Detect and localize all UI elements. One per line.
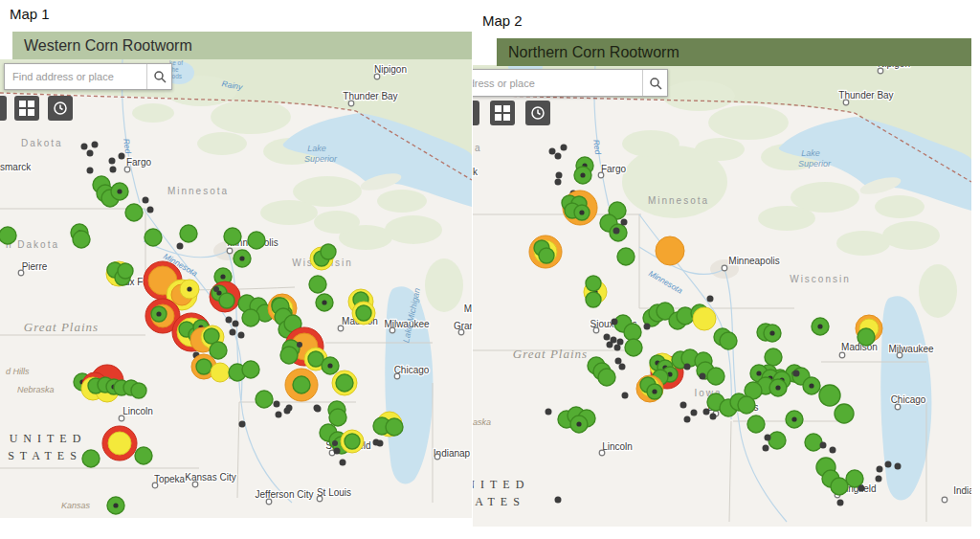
report-dot-g[interactable] bbox=[210, 342, 227, 359]
report-dot-b[interactable] bbox=[858, 485, 865, 492]
report-dot-g[interactable] bbox=[219, 293, 234, 308]
report-dot-g[interactable] bbox=[707, 368, 724, 385]
report-dot-g[interactable] bbox=[768, 432, 786, 449]
report-dot-b[interactable] bbox=[644, 324, 651, 330]
report-dot-g[interactable] bbox=[831, 478, 848, 495]
report-dot-g[interactable] bbox=[386, 418, 403, 436]
report-dot-b[interactable] bbox=[92, 142, 99, 148]
report-dot-b[interactable] bbox=[555, 153, 562, 160]
report-dot-b[interactable] bbox=[238, 332, 245, 339]
report-dot-b[interactable] bbox=[895, 463, 902, 470]
report-dot-b[interactable] bbox=[710, 414, 717, 420]
report-dot-b[interactable] bbox=[680, 402, 687, 409]
report-dot-b[interactable] bbox=[607, 342, 613, 348]
cut-off-tool-button[interactable] bbox=[473, 101, 479, 125]
report-dot-b[interactable] bbox=[613, 228, 620, 235]
report-dot-b[interactable] bbox=[617, 339, 624, 346]
report-dot-b[interactable] bbox=[615, 358, 622, 365]
report-dot-b[interactable] bbox=[619, 364, 626, 371]
report-dot-g[interactable] bbox=[765, 348, 782, 366]
report-dot-g[interactable] bbox=[625, 339, 642, 356]
report-dot-g[interactable] bbox=[280, 347, 298, 364]
report-dot-g[interactable] bbox=[805, 434, 822, 451]
report-dot-b[interactable] bbox=[612, 319, 618, 326]
report-dot-g[interactable] bbox=[0, 227, 16, 244]
report-dot-o[interactable] bbox=[656, 236, 684, 265]
basemap-gallery-button[interactable] bbox=[490, 101, 515, 125]
report-dot-g[interactable] bbox=[125, 204, 143, 221]
basemap-gallery-button[interactable] bbox=[14, 96, 39, 121]
time-slider-button[interactable] bbox=[525, 101, 550, 125]
report-dot-b[interactable] bbox=[334, 448, 341, 455]
report-dot-b[interactable] bbox=[110, 167, 117, 173]
report-dot-g[interactable] bbox=[180, 225, 197, 242]
search-input[interactable] bbox=[473, 70, 642, 96]
report-dot-b[interactable] bbox=[555, 179, 562, 186]
report-dot-b[interactable] bbox=[837, 500, 844, 506]
report-dot-g[interactable] bbox=[586, 292, 601, 307]
report-dot-y[interactable] bbox=[693, 307, 716, 330]
report-dot-b[interactable] bbox=[332, 440, 338, 446]
report-dot-b[interactable] bbox=[274, 401, 280, 408]
report-dot-b[interactable] bbox=[109, 158, 116, 165]
report-dot-g[interactable] bbox=[118, 263, 133, 279]
map2-canvas[interactable]: akMinnesotaWisconsinIowaFargoMinneapolis… bbox=[473, 65, 971, 527]
report-dot-b[interactable] bbox=[621, 219, 628, 226]
report-dot-g[interactable] bbox=[539, 248, 554, 263]
cut-off-tool-button[interactable] bbox=[0, 96, 7, 121]
report-dot-b[interactable] bbox=[561, 145, 568, 151]
report-dot-b[interactable] bbox=[147, 207, 154, 213]
report-dot-b[interactable] bbox=[286, 405, 293, 412]
report-dot-b[interactable] bbox=[700, 373, 706, 380]
map1-canvas[interactable]: Dakotan DakotaMinnesotaWisconsinIowasmar… bbox=[0, 59, 472, 518]
time-slider-button[interactable] bbox=[48, 96, 73, 121]
report-dot-b[interactable] bbox=[233, 321, 239, 327]
report-dot-b[interactable] bbox=[546, 409, 552, 415]
report-dot-g[interactable] bbox=[356, 305, 371, 321]
report-dot-b[interactable] bbox=[143, 197, 149, 204]
report-dot-y[interactable] bbox=[108, 432, 131, 455]
report-dot-g[interactable] bbox=[242, 309, 259, 326]
report-dot-b[interactable] bbox=[549, 148, 556, 155]
report-dot-b[interactable] bbox=[763, 445, 769, 452]
report-dot-g[interactable] bbox=[321, 244, 336, 259]
report-dot-b[interactable] bbox=[622, 393, 629, 399]
report-dot-b[interactable] bbox=[230, 329, 236, 336]
report-dot-g[interactable] bbox=[293, 376, 310, 393]
report-dot-g[interactable] bbox=[256, 391, 273, 408]
report-dot-b[interactable] bbox=[703, 409, 710, 415]
report-dot-b[interactable] bbox=[340, 460, 346, 466]
report-dot-b[interactable] bbox=[691, 410, 698, 416]
report-dot-g[interactable] bbox=[224, 228, 241, 245]
report-dot-g[interactable] bbox=[586, 276, 601, 291]
report-dot-g[interactable] bbox=[846, 470, 863, 487]
report-dot-b[interactable] bbox=[876, 476, 882, 483]
report-dot-b[interactable] bbox=[87, 150, 94, 157]
report-dot-g[interactable] bbox=[82, 450, 100, 467]
report-dot-g[interactable] bbox=[73, 231, 90, 248]
report-dot-g[interactable] bbox=[145, 229, 162, 246]
report-dot-b[interactable] bbox=[276, 412, 282, 418]
report-dot-b[interactable] bbox=[314, 405, 321, 412]
report-dot-b[interactable] bbox=[377, 440, 384, 447]
report-dot-g[interactable] bbox=[242, 361, 259, 378]
report-dot-b[interactable] bbox=[830, 447, 836, 454]
report-dot-g[interactable] bbox=[329, 409, 346, 426]
report-dot-b[interactable] bbox=[684, 364, 691, 371]
report-dot-b[interactable] bbox=[239, 421, 246, 428]
report-dot-b[interactable] bbox=[226, 317, 233, 324]
search-input[interactable] bbox=[5, 64, 146, 89]
report-dot-b[interactable] bbox=[885, 461, 892, 468]
search-button[interactable] bbox=[642, 70, 667, 96]
report-dot-g[interactable] bbox=[135, 447, 152, 464]
report-dot-g[interactable] bbox=[309, 276, 326, 293]
report-dot-b[interactable] bbox=[87, 168, 94, 174]
report-dot-b[interactable] bbox=[81, 144, 88, 150]
report-dot-g[interactable] bbox=[248, 232, 265, 249]
report-dot-g[interactable] bbox=[819, 385, 840, 406]
report-dot-b[interactable] bbox=[877, 466, 883, 473]
report-dot-b[interactable] bbox=[604, 334, 611, 341]
report-dot-g[interactable] bbox=[617, 248, 635, 265]
report-dot-b[interactable] bbox=[820, 442, 827, 449]
report-dot-b[interactable] bbox=[793, 371, 800, 377]
